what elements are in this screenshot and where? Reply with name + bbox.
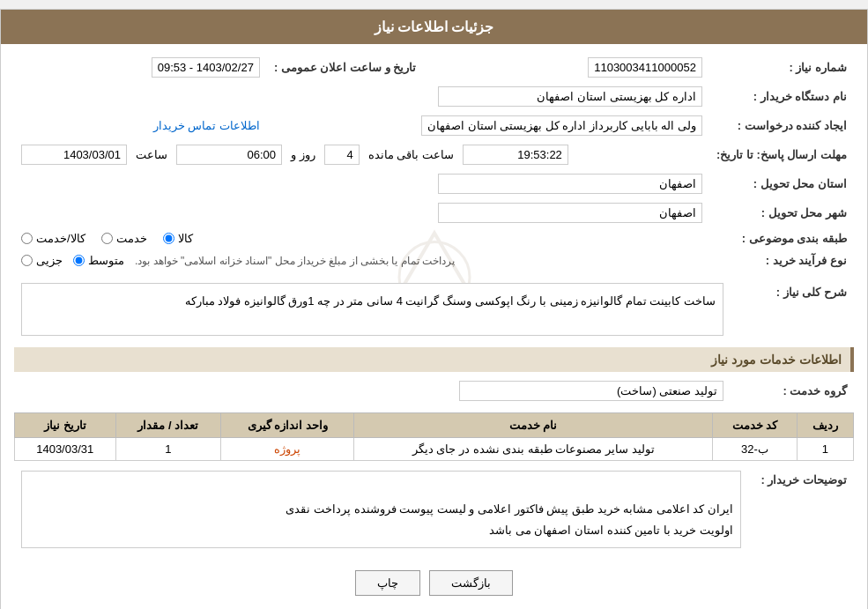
col-radif: ردیف bbox=[797, 413, 853, 438]
tabaghe-label: طبقه بندی موضوعی : bbox=[709, 227, 854, 249]
back-button[interactable]: بازگشت bbox=[429, 570, 513, 596]
sharh-value-cell: ساخت کابینت تمام گالوانیزه زمینی با رنگ … bbox=[14, 279, 731, 340]
col-nam: نام خدمت bbox=[354, 413, 713, 438]
shahr-value: اصفهان bbox=[14, 198, 709, 227]
tavazihat-label: توضیحات خریدار : bbox=[748, 466, 854, 553]
groheKhadamat-value: تولید صنعتی (ساخت) bbox=[14, 376, 731, 405]
etelaat-khadamat-header: اطلاعات خدمات مورد نیاز bbox=[14, 347, 854, 372]
noFarayand-label: نوع فرآیند خرید : bbox=[709, 249, 854, 271]
mohlat-roz: 4 bbox=[324, 145, 360, 165]
namDastgah-value: اداره کل بهزیستی استان اصفهان bbox=[14, 82, 709, 111]
page-title: جزئیات اطلاعات نیاز bbox=[1, 10, 867, 44]
services-table: ردیف کد خدمت نام خدمت واحد اندازه گیری ت… bbox=[14, 412, 854, 461]
ejadKonande-value: ولی اله بابایی کاربرداز اداره کل بهزیستی… bbox=[267, 111, 709, 140]
print-button[interactable]: چاپ bbox=[355, 570, 420, 596]
shahr-label: شهر محل تحویل : bbox=[709, 198, 854, 227]
shomareNiaz-label: شماره نیاز : bbox=[709, 53, 854, 82]
ostan-label: استان محل تحویل : bbox=[709, 169, 854, 198]
tavazihat-value-cell: ایران کد اعلامی مشابه خرید طبق پیش فاکتو… bbox=[14, 466, 748, 553]
ostan-value: اصفهان bbox=[14, 169, 709, 198]
tabaghe-kala-khedmat-radio[interactable]: کالا/خدمت bbox=[21, 232, 85, 245]
farayand-motovaset-radio[interactable]: متوسط bbox=[73, 254, 124, 267]
baghimande-value: 19:53:22 bbox=[463, 145, 568, 165]
table-row: 1ب-32تولید سایر مصنوعات طبقه بندی نشده د… bbox=[15, 438, 854, 461]
mohlat-date: 1403/03/01 bbox=[21, 145, 127, 165]
etelaat-tamas-link[interactable]: اطلاعات تماس خریدار bbox=[153, 119, 260, 132]
button-row: بازگشت چاپ bbox=[14, 560, 854, 606]
baghimande-label: ساعت باقی مانده bbox=[368, 148, 454, 161]
ejadKonande-label: ایجاد کننده درخواست : bbox=[709, 111, 854, 140]
mohlat-saat: 06:00 bbox=[176, 145, 282, 165]
sharh-label: شرح کلی نیاز : bbox=[731, 279, 854, 340]
tabaghe-kala-radio[interactable]: کالا bbox=[163, 232, 193, 245]
sharh-text: ساخت کابینت تمام گالوانیزه زمینی با رنگ … bbox=[21, 283, 723, 336]
farayand-jozvi-radio[interactable]: جزیی bbox=[21, 254, 63, 267]
tavazihat-text: ایران کد اعلامی مشابه خرید طبق پیش فاکتو… bbox=[21, 471, 741, 548]
col-kod: کد خدمت bbox=[713, 413, 798, 438]
tabaghe-khedmat-radio[interactable]: خدمت bbox=[101, 232, 147, 245]
namDastgah-label: نام دستگاه خریدار : bbox=[709, 82, 854, 111]
tarixElan-value: 1403/02/27 - 09:53 bbox=[14, 53, 267, 82]
saat-label: ساعت bbox=[136, 148, 167, 161]
groheKhadamat-label: گروه خدمت : bbox=[731, 376, 854, 405]
mohlat-label: مهلت ارسال پاسخ: تا تاریخ: bbox=[709, 140, 854, 169]
col-tarikh: تاریخ نیاز bbox=[15, 413, 116, 438]
farayand-desc: پرداخت تمام یا بخشی از مبلغ خریداز محل "… bbox=[135, 255, 455, 267]
col-vahed: واحد اندازه گیری bbox=[221, 413, 354, 438]
shomareNiaz-value: 1103003411000052 bbox=[423, 53, 709, 82]
col-tedad: تعداد / مقدار bbox=[115, 413, 221, 438]
roz-label: روز و bbox=[291, 148, 315, 161]
tarixElan-label: تاریخ و ساعت اعلان عمومی : bbox=[267, 53, 423, 82]
